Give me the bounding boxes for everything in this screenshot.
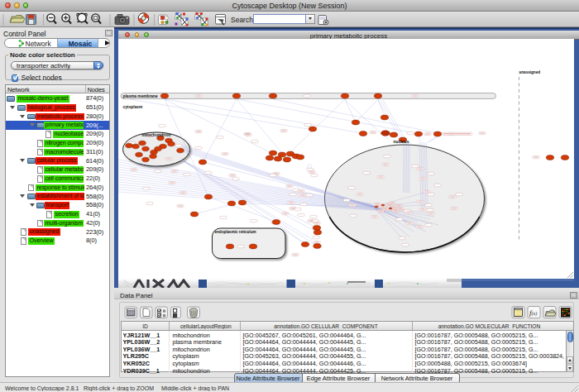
svg-text:cytoplasm: cytoplasm — [123, 105, 143, 109]
svg-text:mitochondrion: mitochondrion — [142, 132, 171, 137]
svg-text:plasma membrane: plasma membrane — [123, 94, 158, 98]
svg-text:nucleus: nucleus — [394, 139, 409, 144]
svg-text:endoplasmic reticulum: endoplasmic reticulum — [215, 230, 256, 234]
svg-text:unassigned: unassigned — [519, 70, 541, 74]
